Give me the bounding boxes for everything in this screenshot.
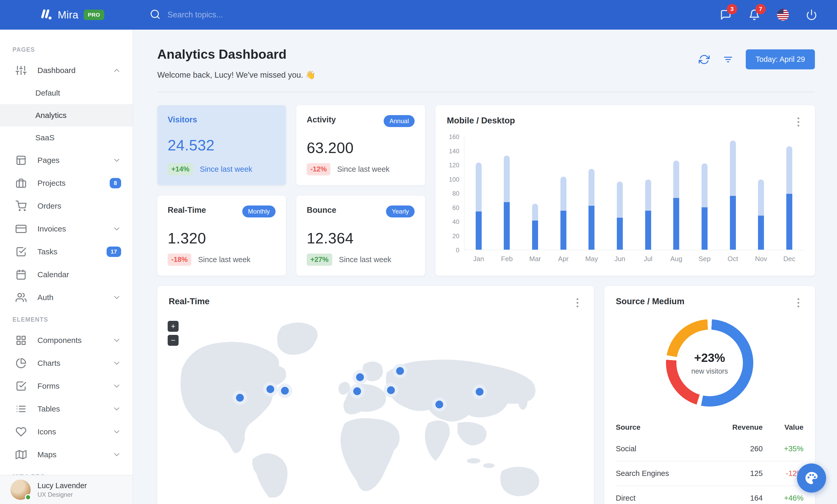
sidebar-subitem-analytics[interactable]: Analytics: [0, 104, 132, 127]
tables-icon: [16, 403, 27, 415]
chart-menu-button[interactable]: [793, 116, 803, 128]
map-marker-5[interactable]: [350, 384, 364, 398]
bar-oct: [730, 141, 736, 250]
sidebar-item-orders[interactable]: Orders: [0, 194, 132, 218]
sidebar-item-tables[interactable]: Tables: [0, 397, 132, 421]
sidebar-item-tasks[interactable]: Tasks17: [0, 240, 132, 263]
sidebar-item-components[interactable]: Components: [0, 329, 132, 352]
pro-badge: PRO: [84, 10, 104, 20]
sidebar-item-calendar[interactable]: Calendar: [0, 263, 132, 286]
sidebar: PAGESDashboardDefaultAnalyticsSaaSPagesP…: [0, 30, 133, 504]
stat-delta-badge: -12%: [307, 163, 331, 175]
world-map: + −: [157, 312, 594, 498]
sidebar-user[interactable]: Lucy Lavender UX Designer: [0, 475, 132, 504]
source-table-header-value: Value: [770, 418, 803, 437]
map-card-title: Real-Time: [169, 296, 210, 306]
sidebar-subitem-saas[interactable]: SaaS: [0, 127, 132, 149]
search-input[interactable]: [167, 10, 323, 19]
notifications-button[interactable]: 7: [748, 8, 761, 22]
date-range-button[interactable]: Today: April 29: [746, 49, 815, 69]
chevron-down-icon: [112, 359, 121, 368]
stat-card-visitors: Visitors 24.532 +14% Since last week: [157, 105, 286, 185]
filter-icon: [723, 54, 733, 65]
bar-jun: [617, 182, 623, 250]
brand[interactable]: Mira PRO: [0, 8, 133, 22]
stat-period-badge[interactable]: Monthly: [242, 205, 275, 218]
bar-feb: [504, 156, 510, 250]
top-navbar: Mira PRO 3 7: [0, 0, 837, 30]
source-table-header-revenue: Revenue: [706, 418, 770, 437]
stat-title: Bounce: [307, 205, 336, 215]
chevron-down-icon: [112, 293, 121, 302]
map-marker-2[interactable]: [263, 382, 278, 396]
bar-chart-x-labels: JanFebMarAprMayJunJulAugSepOctNovDec: [464, 255, 803, 263]
online-status-dot: [25, 494, 31, 500]
avatar: [11, 480, 31, 500]
filter-button[interactable]: [722, 53, 734, 66]
stat-card-bounce: Bounce Yearly 12.364 +27% Since last wee…: [296, 195, 425, 276]
navbar-search: [150, 9, 719, 21]
language-selector[interactable]: [776, 8, 790, 22]
invoices-icon: [16, 223, 27, 235]
map-marker-1[interactable]: [233, 390, 247, 405]
chevron-down-icon: [112, 156, 121, 165]
calendar-icon: [16, 269, 27, 280]
source-card-title: Source / Medium: [616, 296, 684, 306]
refresh-button[interactable]: [698, 53, 710, 66]
notifications-count-badge: 7: [755, 4, 766, 14]
sidebar-item-charts[interactable]: Charts: [0, 352, 132, 375]
auth-icon: [16, 292, 27, 303]
map-marker-6[interactable]: [393, 364, 407, 378]
bar-mar: [532, 204, 538, 250]
components-icon: [16, 335, 27, 346]
map-menu-button[interactable]: [572, 296, 583, 309]
sidebar-item-maps[interactable]: Maps: [0, 443, 132, 466]
map-zoom-in-button[interactable]: +: [168, 321, 179, 332]
chevron-down-icon: [112, 336, 121, 345]
stat-card-real-time: Real-Time Monthly 1.320 -18% Since last …: [157, 195, 286, 276]
dashboard-icon: [16, 65, 27, 76]
stat-delta-badge: -18%: [168, 254, 191, 266]
map-marker-8[interactable]: [432, 397, 447, 412]
map-zoom-out-button[interactable]: −: [168, 335, 179, 346]
stat-caption: Since last week: [198, 255, 251, 264]
palette-icon: [804, 471, 819, 485]
stat-card-activity: Activity Annual 63.200 -12% Since last w…: [296, 105, 425, 185]
stats-grid: Visitors 24.532 +14% Since last week Act…: [157, 105, 425, 276]
map-marker-9[interactable]: [472, 385, 487, 399]
mira-logo-icon: [39, 8, 53, 22]
stat-value: 63.200: [307, 139, 415, 156]
map-marker-4[interactable]: [353, 370, 367, 385]
sidebar-item-projects[interactable]: Projects8: [0, 172, 132, 194]
source-menu-button[interactable]: [793, 296, 803, 309]
sidebar-item-auth[interactable]: Auth: [0, 286, 132, 309]
stat-period-badge[interactable]: Annual: [384, 115, 415, 127]
refresh-icon: [699, 54, 710, 65]
stat-value: 24.532: [168, 136, 275, 154]
bar-nov: [758, 180, 764, 250]
stat-period-badge[interactable]: Yearly: [386, 205, 415, 218]
bar-aug: [673, 161, 679, 250]
sidebar-item-invoices[interactable]: Invoices: [0, 218, 132, 240]
source-table-row-search-engines: Search Engines 125 -12%: [616, 461, 803, 486]
sidebar-item-dashboard[interactable]: Dashboard: [0, 59, 132, 82]
pages-icon: [16, 154, 27, 166]
sidebar-item-forms[interactable]: Forms: [0, 375, 132, 397]
map-marker-3[interactable]: [278, 384, 292, 398]
brand-name: Mira: [58, 9, 78, 21]
theme-settings-fab[interactable]: [797, 464, 826, 492]
bar-dec: [786, 146, 792, 250]
sidebar-item-icons[interactable]: Icons: [0, 421, 132, 443]
stat-title: Activity: [307, 115, 336, 125]
sidebar-subitem-default[interactable]: Default: [0, 82, 132, 104]
sidebar-item-pages[interactable]: Pages: [0, 149, 132, 172]
source-table-row-social: Social 260 +35%: [616, 437, 803, 461]
stat-value: 12.364: [307, 229, 415, 247]
source-table: SourceRevenueValue Social 260 +35%Search…: [616, 418, 803, 504]
bar-jan: [476, 163, 482, 250]
messages-button[interactable]: 3: [719, 8, 732, 22]
sidebar-section-label-pages: PAGES: [0, 39, 132, 59]
user-role: UX Designer: [37, 491, 87, 498]
logout-button[interactable]: [805, 8, 818, 22]
map-marker-7[interactable]: [384, 383, 398, 397]
